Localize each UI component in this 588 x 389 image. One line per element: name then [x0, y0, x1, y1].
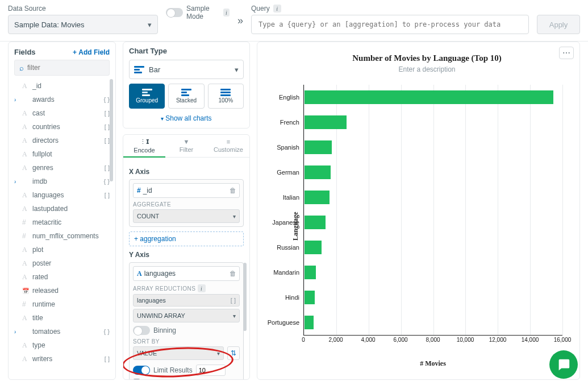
filter-icon: ▼	[184, 138, 190, 145]
100pct-icon	[220, 89, 231, 96]
add-aggregation[interactable]: + aggregation	[129, 231, 244, 246]
show-all-others-checkbox[interactable]	[133, 379, 140, 380]
field-item-writers[interactable]: Awriters[ ]	[14, 352, 114, 366]
bar-label: Mandarin	[273, 269, 304, 276]
bar-label: Portuguese	[268, 319, 304, 326]
chart-menu-button[interactable]: ⋯	[559, 47, 574, 59]
field-item-released[interactable]: 📅released	[14, 284, 114, 297]
bar[interactable]	[305, 241, 322, 254]
bar-label: Hindi	[285, 294, 304, 301]
yaxis-label: Y Axis	[129, 251, 244, 259]
field-item-metacritic[interactable]: #metacritic	[14, 216, 114, 229]
sort-by-label: SORT BY	[133, 338, 240, 345]
info-icon[interactable]: i	[273, 5, 281, 13]
chart-subtitle[interactable]: Enter a description	[291, 65, 562, 73]
show-all-others-label: Show "All Others"	[144, 378, 198, 379]
field-item-genres[interactable]: Agenres[ ]	[14, 161, 114, 175]
apply-button[interactable]: Apply	[537, 15, 580, 34]
bar-label: Italian	[283, 194, 304, 201]
tab-filter[interactable]: ▼ Filter	[165, 135, 207, 157]
chart-type-select[interactable]: Bar	[129, 60, 244, 79]
bar[interactable]	[305, 266, 316, 279]
yaxis-field-chip[interactable]: A languages 🗑	[133, 266, 240, 281]
chevron-right-icon: »	[237, 15, 243, 27]
field-item-directors[interactable]: Adirectors[ ]	[14, 134, 114, 147]
xaxis-label: X Axis	[129, 168, 244, 176]
limit-results-label: Limit Results	[153, 366, 193, 374]
bar-label: French	[280, 119, 304, 126]
field-item-lastupdated[interactable]: Alastupdated	[14, 202, 114, 216]
limit-results-input[interactable]	[196, 365, 226, 376]
xaxis-field-chip[interactable]: # _id 🗑	[133, 183, 240, 198]
binning-label: Binning	[153, 326, 176, 334]
data-source-select[interactable]: Sample Data: Movies	[8, 15, 158, 34]
limit-results-toggle[interactable]	[133, 366, 150, 375]
bar[interactable]	[305, 216, 326, 229]
bar[interactable]	[305, 291, 315, 304]
bar-chart-icon	[134, 66, 144, 73]
tab-encode[interactable]: ⋮𝗜 Encode	[123, 135, 165, 157]
field-item-imdb[interactable]: ›imdb{ }	[14, 175, 114, 188]
bar[interactable]	[305, 191, 330, 204]
stacked-icon	[181, 89, 191, 96]
chart-type-title: Chart Type	[129, 47, 244, 55]
aggregate-label: AGGREGATE	[133, 201, 240, 208]
sort-direction-button[interactable]: ⇅	[227, 346, 240, 360]
subtype-grouped[interactable]: Grouped	[129, 84, 165, 109]
bar-label: German	[277, 169, 304, 176]
field-item-countries[interactable]: Acountries[ ]	[14, 120, 114, 134]
sample-mode-toggle[interactable]	[166, 8, 183, 17]
bar[interactable]	[305, 165, 331, 179]
field-item-awards[interactable]: ›awards{ }	[14, 93, 114, 106]
info-icon[interactable]: i	[223, 9, 230, 16]
field-item-cast[interactable]: Acast[ ]	[14, 106, 114, 120]
field-item-languages[interactable]: Alanguages[ ]	[14, 188, 114, 202]
field-item-tomatoes[interactable]: ›tomatoes{ }	[14, 325, 114, 338]
bar[interactable]	[305, 115, 347, 129]
intercom-launcher[interactable]	[549, 350, 578, 379]
bar-label: Spanish	[277, 144, 304, 151]
array-field-chip[interactable]: languages[ ]	[133, 294, 240, 307]
field-item-poster[interactable]: Aposter	[14, 256, 114, 270]
bar-label: English	[279, 94, 304, 101]
show-all-charts[interactable]: Show all charts	[129, 114, 244, 122]
query-input[interactable]	[251, 15, 529, 34]
bar[interactable]	[305, 140, 332, 154]
bar-label: Russian	[277, 244, 304, 251]
chart-plot-area: EnglishFrenchSpanishGermanItalianJapanes…	[303, 85, 562, 336]
aggregate-select[interactable]: COUNT	[133, 209, 240, 223]
sample-mode-label: Sample Mode	[186, 5, 220, 20]
add-field-button[interactable]: Add Field	[73, 48, 110, 56]
info-icon[interactable]: i	[198, 284, 206, 292]
field-item-fullplot[interactable]: Afullplot	[14, 147, 114, 161]
chart-title[interactable]: Number of Movies by Language (Top 10)	[291, 53, 562, 63]
bar[interactable]	[305, 316, 314, 329]
field-item-rated[interactable]: Arated	[14, 270, 114, 284]
field-item-_id[interactable]: A_id	[14, 79, 114, 93]
trash-icon[interactable]: 🗑	[230, 270, 236, 278]
subtype-stacked[interactable]: Stacked	[168, 84, 204, 109]
chat-icon	[556, 357, 571, 372]
array-op-select[interactable]: UNWIND ARRAY	[133, 309, 240, 322]
sort-by-select[interactable]: VALUE	[133, 346, 224, 360]
field-item-runtime[interactable]: #runtime	[14, 297, 114, 311]
field-item-num_mflix_comments[interactable]: #num_mflix_comments	[14, 229, 114, 243]
field-item-type[interactable]: Atype	[14, 338, 114, 352]
scrollbar[interactable]	[243, 263, 248, 379]
tab-customize[interactable]: ≡ Customize	[207, 135, 249, 157]
search-icon: ⌕	[19, 64, 24, 72]
field-item-plot[interactable]: Aplot	[14, 243, 114, 256]
bar[interactable]	[305, 90, 553, 104]
data-source-label: Data Source	[8, 5, 46, 13]
customize-icon: ≡	[227, 138, 230, 145]
x-axis-label: # Movies	[303, 359, 562, 368]
query-label: Query	[251, 5, 270, 13]
binning-toggle[interactable]	[133, 326, 150, 335]
trash-icon[interactable]: 🗑	[230, 187, 236, 194]
encode-icon: ⋮𝗜	[140, 138, 149, 146]
array-reductions-label: ARRAY REDUCTIONS	[133, 285, 195, 292]
subtype-100[interactable]: 100%	[208, 84, 244, 109]
field-filter-input[interactable]: ⌕	[14, 60, 110, 76]
bar-label: Japanese	[272, 219, 304, 226]
field-item-title[interactable]: Atitle	[14, 311, 114, 325]
